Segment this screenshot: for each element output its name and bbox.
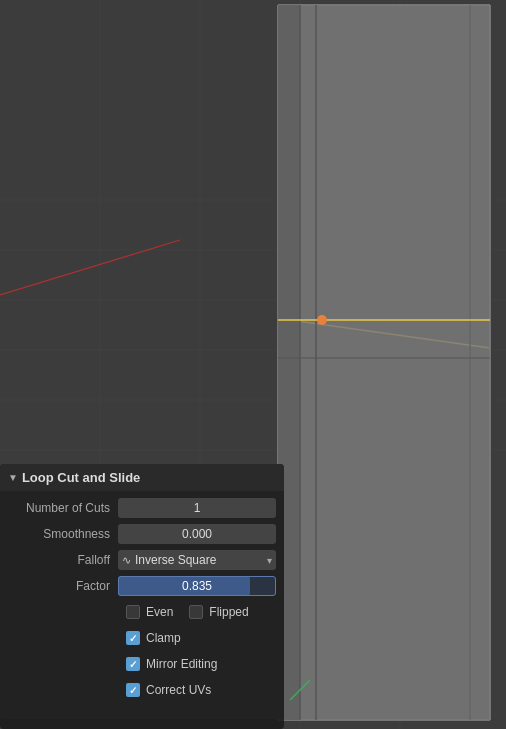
even-checkbox[interactable] bbox=[126, 605, 140, 619]
even-label: Even bbox=[146, 605, 173, 619]
smoothness-row: Smoothness bbox=[8, 523, 276, 545]
smoothness-label: Smoothness bbox=[8, 527, 118, 541]
smoothness-input[interactable] bbox=[118, 524, 276, 544]
mirror-editing-check-mark: ✓ bbox=[129, 659, 137, 670]
mirror-editing-row: ✓ Mirror Editing bbox=[8, 653, 276, 675]
falloff-dropdown-arrow: ▾ bbox=[267, 555, 272, 566]
correct-uvs-label: Correct UVs bbox=[146, 683, 211, 697]
falloff-dropdown[interactable]: ∿ Inverse Square ▾ bbox=[118, 550, 276, 570]
number-of-cuts-control bbox=[118, 498, 276, 518]
flipped-checkbox[interactable] bbox=[189, 605, 203, 619]
clamp-checkbox: ✓ bbox=[126, 631, 140, 645]
number-of-cuts-row: Number of Cuts bbox=[8, 497, 276, 519]
mirror-editing-label: Mirror Editing bbox=[146, 657, 217, 671]
panel-body: Number of Cuts Smoothness Falloff ∿ Inve… bbox=[0, 491, 284, 711]
factor-label: Factor bbox=[8, 579, 118, 593]
smoothness-control bbox=[118, 524, 276, 544]
clamp-checkbox-wrap[interactable]: ✓ Clamp bbox=[126, 631, 181, 645]
factor-control: 0.835 bbox=[118, 576, 276, 596]
operator-panel: ▼ Loop Cut and Slide Number of Cuts Smoo… bbox=[0, 464, 284, 719]
clamp-check-mark: ✓ bbox=[129, 633, 137, 644]
svg-marker-17 bbox=[278, 5, 490, 720]
correct-uvs-row: ✓ Correct UVs bbox=[8, 679, 276, 701]
panel-collapse-arrow: ▼ bbox=[8, 472, 18, 483]
number-of-cuts-input[interactable] bbox=[118, 498, 276, 518]
clamp-label: Clamp bbox=[146, 631, 181, 645]
falloff-dropdown-text: Inverse Square bbox=[135, 553, 267, 567]
even-check-item: Even bbox=[126, 601, 173, 623]
factor-slider-wrap[interactable]: 0.835 bbox=[118, 576, 276, 596]
panel-title: Loop Cut and Slide bbox=[22, 470, 140, 485]
falloff-control: ∿ Inverse Square ▾ bbox=[118, 550, 276, 570]
correct-uvs-checkbox-wrap[interactable]: ✓ Correct UVs bbox=[126, 683, 211, 697]
flipped-label: Flipped bbox=[209, 605, 248, 619]
factor-value: 0.835 bbox=[118, 576, 276, 596]
correct-uvs-checkbox: ✓ bbox=[126, 683, 140, 697]
number-of-cuts-label: Number of Cuts bbox=[8, 501, 118, 515]
panel-header[interactable]: ▼ Loop Cut and Slide bbox=[0, 464, 284, 491]
falloff-curve-icon: ∿ bbox=[122, 554, 131, 567]
mirror-editing-checkbox-wrap[interactable]: ✓ Mirror Editing bbox=[126, 657, 217, 671]
svg-point-24 bbox=[317, 315, 327, 325]
clamp-row: ✓ Clamp bbox=[8, 627, 276, 649]
even-flipped-row: Even Flipped bbox=[8, 601, 276, 623]
falloff-row: Falloff ∿ Inverse Square ▾ bbox=[8, 549, 276, 571]
falloff-label: Falloff bbox=[8, 553, 118, 567]
correct-uvs-check-mark: ✓ bbox=[129, 685, 137, 696]
mirror-editing-checkbox: ✓ bbox=[126, 657, 140, 671]
flipped-check-item: Flipped bbox=[189, 601, 248, 623]
factor-row: Factor 0.835 bbox=[8, 575, 276, 597]
